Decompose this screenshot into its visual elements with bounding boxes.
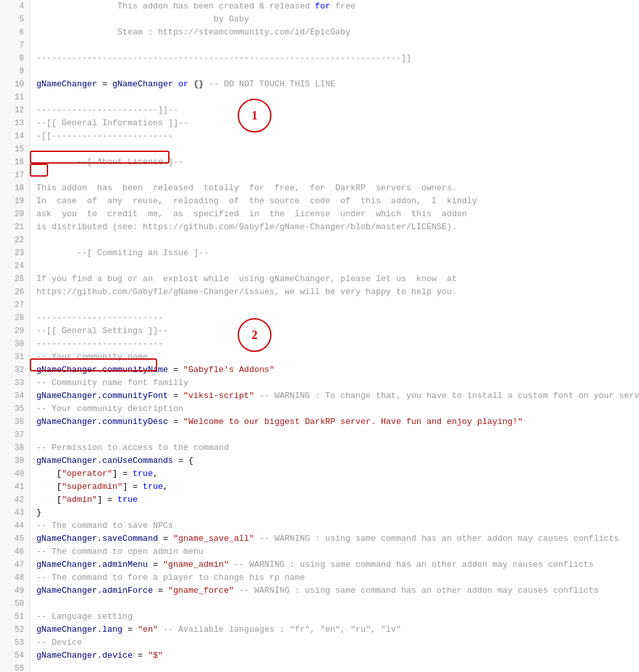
code-line: } [36,506,639,519]
line-number: 18 [0,182,29,195]
line-number: 52 [0,623,29,636]
code-line [36,169,639,182]
line-number: 14 [0,130,29,143]
line-number: 51 [0,610,29,623]
line-number: 8 [0,52,29,65]
code-line: -- Community name font familly [36,377,639,390]
code-line: ------------------------]]-- [36,104,639,117]
code-line [36,65,639,78]
line-number: 17 [0,169,29,182]
code-line [36,143,639,156]
code-line: gNameChanger.communityName = "Gabyfle's … [36,364,639,377]
line-number: 24 [0,260,29,273]
line-number: 44 [0,519,29,532]
line-number: 38 [0,442,29,454]
code-line: This addon has been created & released f… [36,0,639,13]
code-line: gNameChanger.communityDesc = "Welcome to… [36,416,639,429]
code-line: gNameChanger.adminForce = "gname_force" … [36,584,639,597]
line-number: 4 [0,0,29,13]
line-number: 12 [0,104,29,117]
line-number: 20 [0,208,29,221]
code-line: by Gaby [36,13,639,26]
code-line: -- Device [36,636,639,649]
code-line: ["operator"] = true, [36,467,639,480]
code-line: gNameChanger.lang = "en" -- Available la… [36,623,639,636]
code-line: --[[ General Informations ]]-- [36,117,639,130]
code-line: ------------------------- [36,338,639,351]
code-line: -- Permission to access to the command [36,442,639,454]
code-line [36,260,639,273]
line-number: 47 [0,558,29,571]
line-numbers: 4567891011121314151617181920212223242526… [0,0,30,672]
code-line: --[ About License ]-- [36,156,639,169]
line-number: 5 [0,13,29,26]
line-number: 21 [0,221,29,234]
line-number: 28 [0,312,29,325]
line-number: 7 [0,39,29,52]
line-number: 23 [0,247,29,260]
line-number: 37 [0,429,29,442]
line-number: 36 [0,416,29,429]
line-number: 45 [0,532,29,545]
code-line: is distributed (see: https://github.com/… [36,221,639,234]
code-line [36,91,639,104]
code-line: ["admin"] = true [36,493,639,506]
line-number: 15 [0,143,29,156]
line-number: 48 [0,571,29,584]
code-line: ["superadmin"] = true, [36,480,639,493]
code-line: --[[ General Settings ]]-- [36,325,639,338]
line-number: 50 [0,597,29,610]
code-line: If you find a bug or an exploit while us… [36,273,639,286]
line-number: 19 [0,195,29,208]
line-number: 29 [0,325,29,338]
line-number: 31 [0,351,29,364]
code-line: -- Your community name [36,351,639,364]
code-line: ------------------------- [36,312,639,325]
line-number: 10 [0,78,29,91]
line-number: 32 [0,364,29,377]
code-line: https://github.com/Gabyfle/gName-Changer… [36,286,639,299]
line-number: 26 [0,286,29,299]
code-line [36,39,639,52]
code-line [36,429,639,442]
code-line [36,662,639,672]
code-line: gNameChanger.adminMenu = "gname_admin" -… [36,558,639,571]
line-number: 54 [0,649,29,662]
code-line: -- The command to save NPCs [36,519,639,532]
line-number: 33 [0,377,29,390]
line-number: 35 [0,403,29,416]
line-number: 42 [0,493,29,506]
line-number: 49 [0,584,29,597]
code-line: -[[------------------------ [36,130,639,143]
line-number: 9 [0,65,29,78]
line-number: 46 [0,545,29,558]
line-number: 6 [0,26,29,39]
code-line: gNameChanger = gNameChanger or {} -- DO … [36,78,639,91]
code-line: gNameChanger.device = "$" [36,649,639,662]
code-line: gNameChanger.communityFont = "viksi-scri… [36,390,639,403]
line-number: 27 [0,299,29,312]
code-line: -- Your community description [36,403,639,416]
line-number: 11 [0,91,29,104]
line-number: 13 [0,117,29,130]
code-line: -- The command to fore a player to chang… [36,571,639,584]
code-line [36,299,639,312]
code-line: gNameChanger.canUseCommands = { [36,454,639,467]
code-line [36,234,639,247]
line-number: 53 [0,636,29,649]
code-line: --[ Commiting an Issue ]-- [36,247,639,260]
line-number: 55 [0,662,29,672]
code-line: In case of any reuse, reloading of the s… [36,195,639,208]
code-line: ----------------------------------------… [36,52,639,65]
line-number: 22 [0,234,29,247]
code-content: 1 2 This addon has been created & releas… [30,0,639,672]
code-line: Steam : https://steamcommunity.com/id/Ep… [36,26,639,39]
line-number: 40 [0,467,29,480]
line-number: 39 [0,454,29,467]
code-line: -- The command to open admin menu [36,545,639,558]
code-line: This addon has been released totally for… [36,182,639,195]
line-number: 25 [0,273,29,286]
code-line: -- Language setting [36,610,639,623]
code-line: gNameChanger.saveCommand = "gname_save_a… [36,532,639,545]
code-line [36,597,639,610]
